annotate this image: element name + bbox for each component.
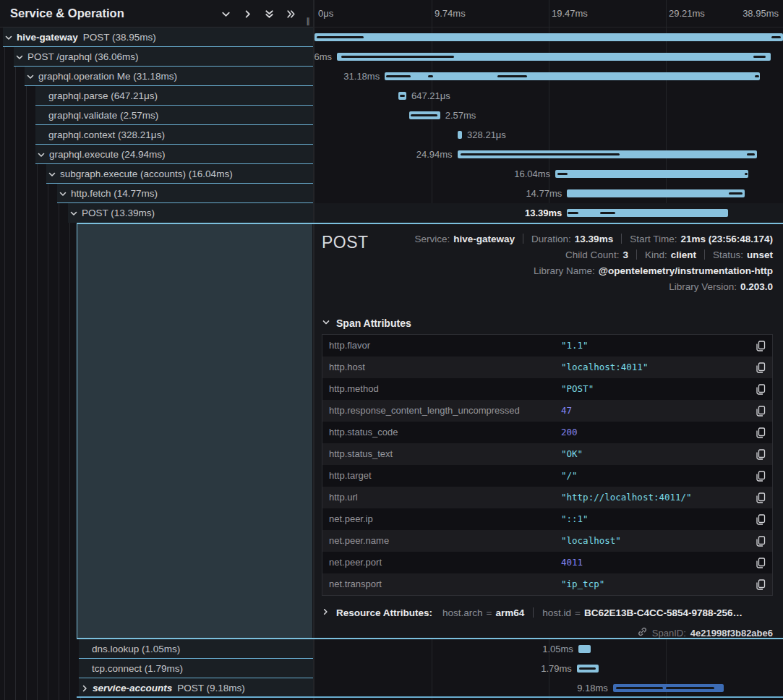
span-duration-bar[interactable] xyxy=(458,150,758,158)
span-bar-row[interactable]: 24.94ms xyxy=(315,145,783,164)
span-row[interactable]: POST (13.39ms) xyxy=(0,203,313,223)
span-row[interactable]: tcp.connect (1.79ms) xyxy=(0,659,313,678)
child-span-marker xyxy=(616,687,662,689)
copy-icon[interactable] xyxy=(756,449,766,460)
copy-icon[interactable] xyxy=(756,362,766,373)
expander-chevron-down-icon[interactable] xyxy=(4,33,17,42)
operation-label: dns.lookup (1.05ms) xyxy=(92,644,180,654)
span-duration-bar[interactable] xyxy=(555,170,748,178)
span-attributes-toggle[interactable]: Span Attributes xyxy=(322,317,411,330)
collapse-one-chevron-right-icon[interactable] xyxy=(241,7,254,20)
resource-key: host.arch xyxy=(442,607,483,618)
copy-icon[interactable] xyxy=(756,471,766,482)
span-row[interactable]: graphql.context (328.21μs) xyxy=(0,125,313,145)
span-row[interactable]: graphql.execute (24.94ms) xyxy=(0,145,313,164)
span-duration-label: 14.77ms xyxy=(526,184,562,203)
overview-divider xyxy=(636,249,637,260)
span-bar-row[interactable]: 9.18ms xyxy=(315,678,783,698)
span-row[interactable]: subgraph.execute (accounts) (16.04ms) xyxy=(0,164,313,184)
tree-header: Service & Operation ∥ xyxy=(0,0,313,27)
attribute-key: http.host xyxy=(329,357,365,378)
timeline-tick-label: 38.95ms xyxy=(743,0,779,27)
copy-icon[interactable] xyxy=(756,427,766,438)
expander-chevron-down-icon[interactable] xyxy=(37,150,49,159)
span-bar-row[interactable]: 16.04ms xyxy=(315,164,783,184)
expand-all-double-chevron-down-icon[interactable] xyxy=(262,7,275,20)
span-id-value: 4e21998f3b82abe6 xyxy=(690,628,773,639)
span-duration-bar[interactable] xyxy=(567,209,728,217)
span-duration-bar[interactable] xyxy=(613,684,724,692)
span-row[interactable]: graphql.validate (2.57ms) xyxy=(0,106,313,125)
resource-value: arm64 xyxy=(495,607,524,618)
expander-chevron-down-icon[interactable] xyxy=(48,170,60,179)
span-row[interactable]: dns.lookup (1.05ms) xyxy=(0,639,313,659)
span-duration-label: 2.57ms xyxy=(445,106,476,125)
child-span-marker xyxy=(341,56,454,58)
attribute-key: http.response_content_length_uncompresse… xyxy=(329,400,520,422)
expander-chevron-down-icon[interactable] xyxy=(69,209,82,218)
timeline-tick-label: 29.21ms xyxy=(669,0,705,27)
overview-label: Duration: xyxy=(531,234,571,244)
resource-attributes-row[interactable]: Resource Attributes: host.arch=arm64host… xyxy=(322,606,743,619)
operation-label: subgraph.execute (accounts) (16.04ms) xyxy=(60,168,233,179)
copy-icon[interactable] xyxy=(756,492,766,503)
span-bar-row[interactable]: 14.77ms xyxy=(315,184,783,203)
span-bar-row[interactable]: 1.05ms xyxy=(315,639,783,659)
span-row[interactable]: http.fetch (14.77ms) xyxy=(0,184,313,203)
span-bar-row[interactable]: 36.06ms xyxy=(315,47,783,67)
span-duration-label: 24.94ms xyxy=(416,145,453,164)
expander-chevron-right-icon[interactable] xyxy=(80,684,93,693)
overview-label: Child Count: xyxy=(565,249,619,260)
span-bar-row[interactable]: 13.39ms xyxy=(315,203,783,223)
expander-chevron-down-icon[interactable] xyxy=(59,189,71,198)
expand-one-chevron-down-icon[interactable] xyxy=(219,7,232,20)
trace-viewer: Service & Operation ∥ 0μs 9.74ms 19.47ms… xyxy=(0,0,783,700)
span-row[interactable]: graphql.parse (647.21μs) xyxy=(0,86,313,106)
expander-chevron-down-icon[interactable] xyxy=(26,72,38,81)
span-bar-row[interactable]: 2.57ms xyxy=(315,106,783,125)
column-resize-handle[interactable]: ∥ xyxy=(307,17,312,26)
span-bar-row[interactable]: 31.18ms xyxy=(315,67,783,86)
attribute-value: 47 xyxy=(561,400,572,422)
span-duration-bar[interactable] xyxy=(337,53,771,61)
child-span-marker xyxy=(317,36,364,38)
copy-icon[interactable] xyxy=(756,384,766,395)
span-bar-row[interactable]: 38.95ms xyxy=(315,27,783,47)
span-bar-row[interactable]: 647.21μs xyxy=(315,86,783,106)
collapse-all-double-chevron-right-icon[interactable] xyxy=(284,7,297,20)
span-duration-bar[interactable] xyxy=(567,189,745,197)
child-span-marker xyxy=(747,153,756,155)
span-duration-bar[interactable] xyxy=(398,92,406,100)
span-duration-bar[interactable] xyxy=(578,645,591,653)
copy-icon[interactable] xyxy=(756,536,766,547)
attribute-row: http.url"http://localhost:4011/" xyxy=(322,487,772,508)
copy-icon[interactable] xyxy=(756,579,766,590)
span-duration-bar[interactable] xyxy=(577,665,599,673)
span-row[interactable]: POST /graphql (36.06ms) xyxy=(0,47,313,67)
overview-value: 0.203.0 xyxy=(740,281,773,292)
span-bar-row[interactable]: 328.21μs xyxy=(315,125,783,145)
chevron-down-icon xyxy=(322,317,336,330)
span-duration-bar[interactable] xyxy=(315,33,783,41)
resource-value: BC62E13B-C4CC-5854-9788-256… xyxy=(584,607,743,618)
span-duration-bar[interactable] xyxy=(458,131,462,139)
attribute-key: http.url xyxy=(329,487,358,508)
operation-label: POST /graphql (36.06ms) xyxy=(27,51,139,62)
span-row[interactable]: graphql.operation Me (31.18ms) xyxy=(0,67,313,86)
copy-icon[interactable] xyxy=(756,341,766,351)
attribute-value: 4011 xyxy=(561,552,583,573)
expander-chevron-down-icon[interactable] xyxy=(15,53,27,61)
span-detail-panel: POST Service:hive-gatewayDuration:13.39m… xyxy=(315,224,783,638)
span-row[interactable]: hive-gatewayPOST (38.95ms) xyxy=(0,27,313,47)
copy-icon[interactable] xyxy=(756,558,766,568)
attribute-row: http.flavor"1.1" xyxy=(322,335,772,357)
span-duration-bar[interactable] xyxy=(385,72,759,80)
copy-icon[interactable] xyxy=(756,514,766,525)
attribute-key: http.target xyxy=(329,465,372,487)
span-row[interactable]: service-accountsPOST (9.18ms) xyxy=(0,678,313,698)
attribute-value: "localhost:4011" xyxy=(561,357,648,378)
attribute-key: http.method xyxy=(329,378,379,400)
copy-icon[interactable] xyxy=(756,406,766,417)
span-duration-bar[interactable] xyxy=(409,111,440,119)
span-bar-row[interactable]: 1.79ms xyxy=(315,659,783,678)
